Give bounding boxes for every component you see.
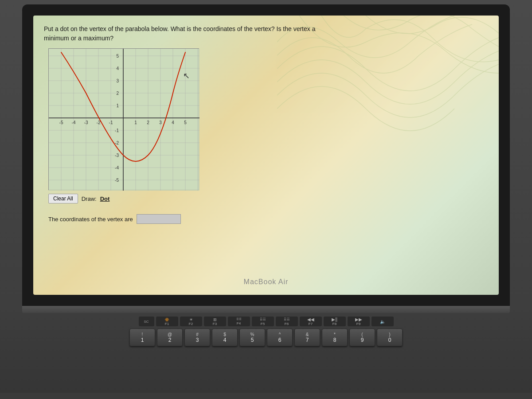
- key-0-bottom: 0: [388, 337, 391, 343]
- question-line2: minimum or a maximum?: [44, 35, 113, 42]
- key-2[interactable]: @ 2: [157, 329, 183, 346]
- svg-text:-2: -2: [97, 120, 101, 125]
- key-9-top: (: [361, 332, 363, 337]
- key-6-top: ^: [279, 332, 281, 337]
- key-2-top: @: [168, 332, 172, 337]
- key-f2[interactable]: ☀ F2: [180, 317, 202, 326]
- svg-text:-3: -3: [115, 153, 119, 158]
- svg-text:-4: -4: [115, 165, 119, 170]
- key-f1-icon: 🔅: [164, 317, 169, 322]
- svg-text:-4: -4: [72, 120, 76, 125]
- macbook-label: MacBook Air: [244, 278, 289, 286]
- key-f7[interactable]: ◀◀ F7: [300, 317, 322, 326]
- key-6[interactable]: ^ 6: [267, 329, 293, 346]
- key-f9-icon: ▶▶: [355, 317, 362, 322]
- key-3-bottom: 3: [196, 337, 199, 343]
- key-f4-label: F4: [237, 321, 241, 325]
- svg-text:2: 2: [116, 91, 119, 96]
- laptop-shell: .wave-path { fill: none; stroke: #b8c890…: [0, 0, 532, 399]
- key-vol-down-icon: 🔈: [380, 319, 385, 324]
- clear-all-button[interactable]: Clear All: [48, 194, 78, 203]
- screen-content: .wave-path { fill: none; stroke: #b8c890…: [33, 16, 499, 295]
- cursor-arrow: ↖: [183, 71, 190, 81]
- key-7-bottom: 7: [306, 337, 309, 343]
- draw-mode-label: Dot: [100, 196, 110, 202]
- key-f3-label: F3: [213, 322, 217, 326]
- key-3[interactable]: # 3: [184, 329, 210, 346]
- svg-text:4: 4: [172, 120, 174, 125]
- key-f8[interactable]: ▶|| F8: [324, 317, 346, 326]
- key-f6-label: F6: [285, 322, 289, 326]
- key-f7-icon: ◀◀: [307, 317, 314, 322]
- keyboard-area: SC 🔅 F1 ☀ F2 ⊞ F3 ⠿⠿ F4 ⠿⠿ F5: [0, 313, 532, 393]
- key-8-top: *: [334, 332, 336, 337]
- svg-text:5: 5: [184, 120, 187, 125]
- key-6-bottom: 6: [278, 337, 282, 343]
- key-5-top: %: [250, 332, 254, 337]
- graph-controls: Clear All Draw: Dot: [48, 194, 110, 203]
- svg-text:-2: -2: [115, 141, 119, 145]
- key-5-bottom: 5: [251, 337, 254, 343]
- graph-container: -5 -4 -3 -2 -1 1 2 3 4 5 5 4: [48, 48, 488, 224]
- key-f4[interactable]: ⠿⠿ F4: [228, 317, 250, 326]
- key-f2-icon: ☀: [189, 317, 193, 322]
- key-3-top: #: [196, 332, 199, 337]
- coordinate-graph: -5 -4 -3 -2 -1 1 2 3 4 5 5 4: [49, 49, 200, 191]
- svg-text:1: 1: [134, 120, 137, 125]
- svg-text:-3: -3: [84, 120, 88, 125]
- svg-text:2: 2: [147, 120, 149, 125]
- svg-text:-1: -1: [109, 120, 113, 125]
- key-0-top: ): [389, 332, 390, 337]
- key-f3-icon: ⊞: [213, 317, 217, 322]
- fn-key-row: SC 🔅 F1 ☀ F2 ⊞ F3 ⠿⠿ F4 ⠿⠿ F5: [139, 317, 394, 326]
- vertex-answer-area: The coordinates of the vertex are: [48, 214, 181, 224]
- question-container: Put a dot on the vertex of the parabola …: [44, 24, 488, 43]
- key-f6[interactable]: ⠿⠿ F6: [276, 317, 298, 326]
- svg-text:5: 5: [116, 54, 119, 59]
- key-1-bottom: 1: [141, 337, 144, 343]
- key-f1[interactable]: 🔅 F1: [156, 317, 178, 326]
- key-4-bottom: 4: [223, 337, 227, 343]
- key-f5[interactable]: ⠿⠿ F5: [252, 317, 274, 326]
- bottom-bar: [22, 306, 510, 313]
- key-f5-label: F5: [261, 322, 265, 326]
- key-f7-label: F7: [309, 322, 313, 326]
- draw-label: Draw:: [82, 196, 97, 202]
- svg-rect-0: [49, 49, 200, 191]
- question-line1: Put a dot on the vertex of the parabola …: [44, 25, 315, 32]
- key-f9-label: F9: [356, 322, 360, 326]
- svg-text:4: 4: [116, 66, 119, 71]
- vertex-input[interactable]: [137, 214, 181, 224]
- key-8-bottom: 8: [333, 337, 336, 343]
- key-1-top: !: [142, 332, 143, 337]
- key-4[interactable]: $ 4: [212, 329, 238, 346]
- key-f2-label: F2: [189, 322, 193, 326]
- vertex-label: The coordinates of the vertex are: [48, 216, 133, 223]
- key-f8-icon: ▶||: [332, 317, 337, 322]
- screen-bezel: .wave-path { fill: none; stroke: #b8c890…: [22, 4, 510, 306]
- key-f3[interactable]: ⊞ F3: [204, 317, 226, 326]
- key-2-bottom: 2: [168, 337, 172, 343]
- svg-text:1: 1: [116, 103, 119, 108]
- svg-text:-5: -5: [59, 120, 63, 125]
- key-9[interactable]: ( 9: [349, 329, 375, 346]
- key-0[interactable]: ) 0: [377, 329, 403, 346]
- key-7[interactable]: & 7: [294, 329, 320, 346]
- key-sc-label: SC: [144, 320, 149, 324]
- num-key-row: ! 1 @ 2 # 3 $ 4 % 5 ^ 6: [129, 329, 403, 346]
- graph-area[interactable]: -5 -4 -3 -2 -1 1 2 3 4 5 5 4: [48, 48, 199, 190]
- key-vol-down[interactable]: 🔈: [372, 317, 394, 326]
- svg-text:-1: -1: [115, 128, 119, 133]
- key-f9[interactable]: ▶▶ F9: [348, 317, 370, 326]
- key-sc[interactable]: SC: [139, 317, 154, 326]
- key-1[interactable]: ! 1: [129, 329, 155, 346]
- key-f5-icon: ⠿⠿: [260, 317, 266, 322]
- svg-text:3: 3: [116, 78, 119, 83]
- key-f6-icon: ⠿⠿: [284, 317, 290, 322]
- key-f1-label: F1: [165, 322, 169, 326]
- key-9-bottom: 9: [361, 337, 364, 343]
- svg-text:3: 3: [159, 120, 162, 125]
- key-8[interactable]: * 8: [322, 329, 348, 346]
- key-5[interactable]: % 5: [239, 329, 265, 346]
- key-f8-label: F8: [332, 322, 336, 326]
